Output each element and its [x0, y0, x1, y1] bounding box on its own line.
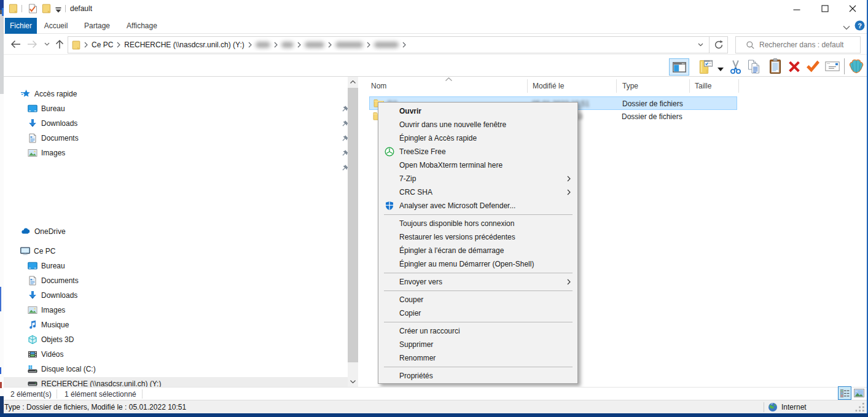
menu-item-renommer[interactable]: Renommer	[378, 351, 577, 365]
thumbnails-view-button[interactable]	[853, 388, 865, 399]
menu-item-proprietes[interactable]: Propriétés	[378, 369, 577, 383]
properties-check-icon[interactable]	[28, 4, 37, 15]
breadcrumb-item-redacted[interactable]	[256, 42, 270, 48]
details-view-button[interactable]	[838, 386, 851, 400]
tab-accueil[interactable]: Accueil	[38, 18, 74, 34]
sidebar-item-pc-objets3d[interactable]: Objets 3D	[28, 332, 74, 347]
column-header-modifie[interactable]: Modifié le	[533, 79, 564, 93]
sidebar-item-documents[interactable]: Documents	[28, 131, 79, 146]
back-arrow-icon[interactable]	[9, 34, 22, 55]
menu-item-treesize[interactable]: TreeSize Free	[378, 145, 577, 158]
sidebar-item-pc-downloads[interactable]: Downloads	[28, 288, 77, 303]
scrollbar-thumb[interactable]	[348, 88, 358, 362]
thumbnails-view-icon	[854, 389, 864, 397]
classic-toolbar	[4, 55, 867, 77]
breadcrumb-chevron-icon	[367, 42, 370, 48]
sidebar-item-quick-access[interactable]: Accès rapide	[21, 87, 77, 101]
downloads-icon	[28, 119, 37, 128]
folder-options-caret-icon[interactable]	[717, 64, 724, 73]
properties-button[interactable]	[804, 59, 821, 74]
menu-item-envoyer-vers[interactable]: Envoyer vers	[378, 275, 577, 289]
refresh-icon[interactable]	[710, 36, 728, 53]
address-dropdown-button[interactable]	[692, 36, 710, 53]
column-divider[interactable]	[527, 79, 528, 93]
menu-item-couper[interactable]: Couper	[378, 293, 577, 306]
menu-item-hors-connexion[interactable]: Toujours disponible hors connexion	[378, 217, 577, 230]
breadcrumb-item-ce-pc[interactable]: Ce PC	[92, 41, 113, 49]
tab-affichage[interactable]: Affichage	[120, 18, 163, 34]
delete-button[interactable]	[787, 60, 802, 73]
breadcrumb-item-redacted[interactable]	[335, 42, 363, 48]
breadcrumb[interactable]: Ce PC RECHERCHE (\\nasdcsr.unil.ch) (Y:)	[68, 36, 728, 53]
ribbon-collapse-icon[interactable]	[843, 23, 850, 32]
sidebar-item-pc-bureau[interactable]: Bureau	[28, 259, 65, 273]
up-arrow-icon[interactable]	[53, 34, 66, 55]
menu-item-defender[interactable]: Analyser avec Microsoft Defender...	[378, 199, 577, 212]
sidebar-scrollbar[interactable]	[348, 77, 358, 387]
menu-item-epingler-acces-rapide[interactable]: Épingler à Accès rapide	[378, 131, 577, 145]
column-divider[interactable]	[616, 79, 617, 93]
menu-item-supprimer[interactable]: Supprimer	[378, 338, 577, 351]
minimize-button[interactable]	[783, 0, 810, 17]
scrollbar-up-icon[interactable]	[348, 77, 358, 87]
column-header-type[interactable]: Type	[622, 79, 638, 93]
breadcrumb-item-recherche[interactable]: RECHERCHE (\\nasdcsr.unil.ch) (Y:)	[124, 41, 244, 49]
tab-partage[interactable]: Partage	[77, 18, 117, 34]
sidebar-item-ce-pc[interactable]: Ce PC	[20, 244, 55, 259]
menu-item-7zip[interactable]: 7-Zip	[378, 172, 577, 185]
menu-item-ouvrir[interactable]: Ouvrir	[378, 104, 577, 118]
column-header-taille[interactable]: Taille	[695, 79, 711, 93]
copy-button[interactable]	[746, 59, 762, 74]
email-button[interactable]	[824, 61, 840, 72]
recent-chevron-icon[interactable]	[42, 34, 52, 55]
breadcrumb-item-redacted[interactable]	[374, 42, 399, 48]
sidebar-item-pc-images[interactable]: Images	[28, 303, 65, 318]
tab-accueil-label: Accueil	[44, 21, 68, 30]
sidebar-item-label: Documents	[41, 134, 79, 142]
sidebar-item-images[interactable]: Images	[28, 146, 65, 160]
customize-caret-icon[interactable]	[55, 6, 61, 15]
sidebar-item-label: Objets 3D	[41, 335, 74, 344]
breadcrumb-item-redacted[interactable]	[305, 42, 324, 48]
menu-item-epingler-ecran-demarrage[interactable]: Épingler à l'écran de démarrage	[378, 244, 577, 257]
sidebar-item-bureau[interactable]: Bureau	[28, 101, 65, 116]
classic-shell-button[interactable]	[848, 58, 865, 74]
folder-options-icon	[698, 60, 713, 74]
desktop-icon	[28, 261, 37, 271]
column-header-nom[interactable]: Nom	[371, 79, 386, 93]
search-input[interactable]: Rechercher dans : default	[759, 41, 843, 49]
pin-icon	[340, 120, 348, 128]
maximize-button[interactable]	[811, 0, 839, 17]
cut-button[interactable]	[729, 59, 742, 74]
sidebar-item-pc-documents[interactable]: Documents	[28, 273, 79, 288]
menu-item-epingler-menu-demarrer[interactable]: Épingler au menu Démarrer (Open-Shell)	[378, 257, 577, 271]
sidebar-item-pc-disque-c[interactable]: Disque local (C:)	[28, 362, 96, 376]
sidebar-item-pc-recherche[interactable]: RECHERCHE (\\nasdcsr.unil.ch) (Y:)	[28, 376, 161, 387]
sidebar-item-onedrive[interactable]: OneDrive	[21, 224, 66, 239]
sidebar-item-pc-musique[interactable]: Musique	[28, 318, 69, 332]
navigation-pane-toggle-button[interactable]	[669, 58, 689, 76]
menu-item-restaurer-versions[interactable]: Restaurer les versions précédentes	[378, 230, 577, 244]
scrollbar-down-icon[interactable]	[348, 376, 358, 387]
paste-button[interactable]	[768, 58, 782, 74]
title-bar: default	[4, 0, 867, 17]
column-divider[interactable]	[738, 79, 739, 93]
menu-item-creer-raccourci[interactable]: Créer un raccourci	[378, 324, 577, 338]
breadcrumb-item-redacted[interactable]	[281, 42, 294, 48]
menu-item-mobaxterm[interactable]: Open MobaXterm terminal here	[378, 158, 577, 172]
sidebar-item-pc-videos[interactable]: Vidéos	[28, 347, 63, 362]
help-icon[interactable]: ?	[854, 20, 865, 33]
close-button[interactable]	[839, 0, 866, 17]
folder-icon[interactable]	[42, 4, 51, 15]
menu-item-crc-sha[interactable]: CRC SHA	[378, 185, 577, 199]
column-divider[interactable]	[689, 79, 690, 93]
menu-item-label: Restaurer les versions précédentes	[399, 230, 515, 244]
tab-fichier[interactable]: Fichier	[5, 18, 37, 34]
menu-item-copier[interactable]: Copier	[378, 306, 577, 320]
sidebar-item-label: Bureau	[41, 262, 65, 270]
menu-item-ouvrir-fenetre[interactable]: Ouvrir dans une nouvelle fenêtre	[378, 118, 577, 131]
forward-arrow-icon[interactable]	[25, 34, 39, 55]
search-box[interactable]: Rechercher dans : default	[735, 36, 861, 53]
sidebar-item-downloads[interactable]: Downloads	[28, 116, 77, 131]
folder-options-button[interactable]	[698, 59, 714, 74]
